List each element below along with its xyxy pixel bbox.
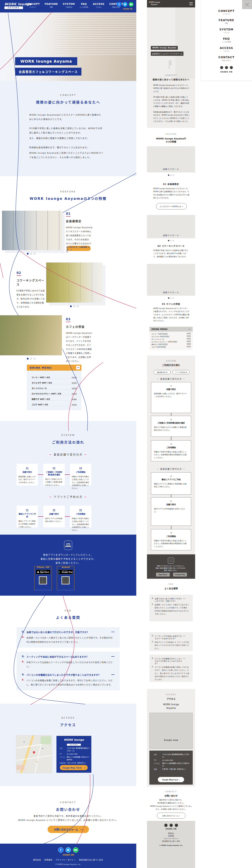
m-feature-text-2: PC環境や学習に合わせてお座席をお選びすることができます。館内はWi-Fiも完備… — [153, 249, 190, 258]
minus-icon[interactable] — [111, 674, 114, 675]
footer-link-law[interactable]: 特定商取引法に基づく表示 — [79, 859, 103, 861]
twitter-icon[interactable] — [123, 2, 128, 7]
nav-feature[interactable]: FEATURE特徴 — [45, 2, 58, 8]
nav-concept[interactable]: CONCEPTコンセプト — [26, 2, 40, 8]
m-drink-row: コーヒー [HOT/ICED]¥330 — [151, 333, 191, 335]
step-connector — [65, 516, 70, 517]
m-faq-item-3[interactable]: Qパソコンの充電器を忘れてしまったのですが借りることはできますか？ Aパソコンの… — [149, 655, 193, 682]
system-section: SYSTEM ご利用方法の流れ −直接店舗で受付の方− 01 店舗で受付 直接店… — [0, 421, 136, 535]
m-tab-app[interactable]: アプリで事前予約 ▼ — [173, 370, 190, 374]
m-google-map[interactable]: Google map — [149, 713, 193, 749]
close-icon[interactable] — [242, 0, 252, 9]
m-footer: SHARE ON 運営会社 利用規約 プライバシーポリシー 特定商取引法に基づく… — [147, 821, 195, 868]
menu-item-faq[interactable]: FAQよくある質問 — [201, 37, 252, 43]
m-system-heading: ご利用方法の流れ — [147, 363, 195, 367]
social-icon[interactable] — [225, 66, 228, 69]
social-icon[interactable] — [170, 824, 173, 827]
faq-item-3[interactable]: Q.パソコンの充電器を忘れてしまったのですが借りることはできますか？ A.パソコ… — [17, 670, 120, 690]
m-footer-link[interactable]: 特定商取引法に基づく表示 — [147, 840, 195, 842]
nav-access[interactable]: ACCESSアクセス — [93, 2, 105, 8]
m-dots[interactable] — [168, 175, 174, 176]
m-googleplay-button[interactable]: Google Play — [173, 573, 187, 577]
menu-item-access[interactable]: ACCESSアクセス — [201, 46, 252, 52]
menu-item-feature[interactable]: FEATURE特徴 — [201, 19, 252, 24]
m-footer-link[interactable]: プライバシーポリシー — [147, 837, 195, 840]
m-work-school-button[interactable]: ビジネススクールWORKとは → — [156, 203, 187, 210]
footer-link-company[interactable]: 運営会社 — [33, 859, 41, 861]
mobile-header: WORK lounge Aoyama — [147, 0, 195, 7]
m-contact-form-button[interactable]: お問い合わせフォーム → — [157, 813, 186, 819]
social-icon[interactable] — [220, 66, 223, 69]
faq-heading: よくある質問 — [0, 615, 136, 620]
m-drink-body: コーヒー [HOT/ICED]¥330 カフェラテ [HOT/ICED]¥350… — [149, 332, 193, 350]
feature-section: FEATURE WORK lounge Aoyamaの3つの特徴 01 会員様限… — [0, 176, 136, 421]
m-dots[interactable] — [168, 297, 174, 299]
faq-label: FAQ — [0, 609, 136, 612]
m-appstore-button[interactable]: App Store — [156, 573, 170, 577]
mobile-logo[interactable]: WORK lounge Aoyama — [149, 1, 160, 6]
mobile-menu-panel: CONCEPTコンセプト FEATURE特徴 SYSTEMシステム FAQよくあ… — [201, 0, 252, 81]
hamburger-icon[interactable] — [189, 2, 193, 5]
menu-item-concept[interactable]: CONCEPTコンセプト — [201, 9, 252, 15]
contact-form-button[interactable]: お問い合わせフォーム → — [48, 826, 89, 833]
footer-link-terms[interactable]: 利用規約 — [44, 859, 52, 861]
m-faq-item-1[interactable]: Q会員ではない友人を連れて行きたいのですが、可能ですか？ A会員様一人につきお一… — [149, 595, 193, 621]
minus-icon[interactable] — [183, 658, 186, 659]
m-app-line-1: 専用アプリをダウンロードしていただくと、 — [147, 565, 195, 567]
m-carousel-3[interactable]: 自動スクロール — [147, 264, 195, 296]
m-footer-link[interactable]: 運営会社 — [147, 832, 195, 834]
minus-icon[interactable] — [183, 598, 186, 599]
feature-text-2: PC環境や学習に合わせてお座席をお選びすることができます。館内はWi-Fiも完備… — [17, 289, 45, 309]
footer-share-label: SHARE ON — [0, 854, 136, 856]
social-icon[interactable] — [175, 824, 178, 827]
m-feature-text-1: WORK lounge AoyamaはビジネススクールWORKに通う会員様限定と… — [153, 187, 190, 199]
app-text-3: 是非ご利用ください。 — [0, 561, 136, 564]
carousel-dots-2[interactable] — [70, 305, 79, 307]
social-icon[interactable] — [230, 66, 233, 69]
menu-item-contact[interactable]: CONTACTお問い合わせ — [201, 56, 252, 61]
google-map[interactable] — [16, 735, 52, 773]
scroll-indicator: scroll — [169, 60, 172, 70]
m-tab-store[interactable]: 直接店舗で受付 ▼ — [153, 370, 171, 374]
line-icon[interactable]: LINE — [129, 2, 134, 7]
facebook-icon[interactable]: f — [58, 847, 63, 853]
collapse-icon[interactable] — [76, 366, 80, 369]
feature-num-3: 03 — [66, 317, 71, 322]
menu-item-system[interactable]: SYSTEMシステム — [201, 28, 252, 34]
minus-icon[interactable] — [111, 656, 114, 657]
faq-item-2[interactable]: Q.ミーティングや自由に会話ができるスペースはありますか？ A.共有ラウンジでは… — [17, 652, 120, 672]
carousel-dots-1[interactable] — [27, 253, 35, 255]
social-icon[interactable] — [164, 824, 168, 827]
m-google-map-button[interactable]: Google Mapでみる → — [158, 777, 184, 782]
googleplay-badge[interactable]: で手に入れようGoogle Play — [58, 569, 73, 574]
m-drink-title: DRINK MENU — [151, 328, 188, 331]
concept-text: WORK lounge AoyamaはビジネススクールWORKに通う皆様のために… — [29, 113, 104, 161]
facebook-icon[interactable]: f — [117, 2, 121, 7]
nav-faq[interactable]: FAQよくある質問 — [80, 2, 88, 8]
feature-item-2: 02 コワーキングスペース PC環境や学習に合わせてお座席をお選びすることができ… — [17, 271, 45, 309]
m-carousel-1[interactable]: 自動スクロール — [147, 146, 195, 173]
m-step-card: ①事前にアプリでご予約事前にアプリでご希望のご利用時間とお座席をご予約ください。 — [151, 472, 191, 495]
m-footer-link[interactable]: 利用規約 — [147, 835, 195, 837]
nav-system[interactable]: SYSTEMご利用方法 — [63, 2, 75, 8]
twitter-icon[interactable] — [65, 847, 71, 853]
m-faq-item-2[interactable]: Qミーティングや自由に会話ができるスペースはありますか？ A共有ラウンジでは自由… — [149, 632, 193, 651]
work-school-button[interactable]: ビジネススクールWORK とは → — [66, 246, 91, 251]
appstore-badge[interactable]: からダウンロードApp Store — [36, 569, 50, 574]
m-dots[interactable] — [168, 240, 174, 241]
line-icon[interactable]: LINE — [73, 847, 78, 853]
m-carousel-2[interactable]: 自動スクロール — [147, 215, 195, 238]
faq-item-1[interactable]: Q.会員ではない友人を連れて行きたいのですが、可能ですか？ A.会員様一人につき… — [17, 627, 120, 648]
share-on-label: SHARE ON — [123, 8, 132, 10]
google-map-button[interactable]: Google Map でみる → — [60, 765, 88, 770]
m-feature-title-2: 02 コワーキングスペース — [147, 244, 195, 247]
minus-icon[interactable] — [111, 632, 114, 632]
feature-num-2: 02 — [17, 271, 21, 276]
minus-icon[interactable] — [183, 636, 186, 636]
header-social: f LINE — [117, 2, 134, 7]
m-concept-text: WORK lounge AoyamaはビジネススクールWORKに通う皆様のために… — [153, 84, 190, 123]
footer-link-privacy[interactable]: プライバシーポリシー — [56, 859, 76, 861]
m-drink-row: オレンジジュース¥350 — [151, 338, 191, 341]
carousel-dots-3[interactable] — [27, 358, 35, 360]
access-section: ACCESS アクセス WORK lounge AOYAMA 住所〒107-00… — [0, 704, 136, 786]
